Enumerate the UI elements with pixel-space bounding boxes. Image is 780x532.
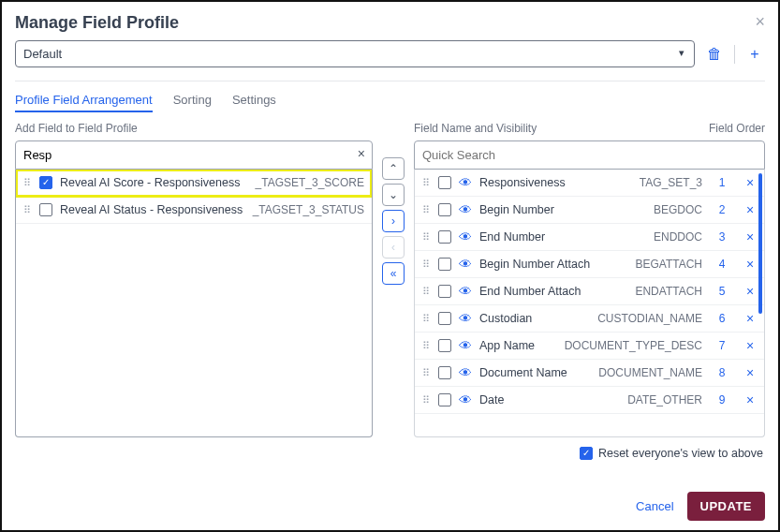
table-row[interactable]: ⠿👁ResponsivenessTAG_SET_31× bbox=[415, 170, 764, 197]
drag-handle-icon[interactable]: ⠿ bbox=[422, 286, 431, 298]
available-fields-list: ⠿ Reveal AI Score - Responsiveness _TAGS… bbox=[15, 170, 373, 437]
remove-icon[interactable]: × bbox=[743, 229, 757, 244]
field-order: 4 bbox=[715, 258, 728, 271]
table-row[interactable]: ⠿👁Begin NumberBEGDOC2× bbox=[415, 197, 764, 224]
field-code: DATE_OTHER bbox=[627, 393, 702, 406]
reset-view-checkbox[interactable] bbox=[580, 447, 593, 460]
field-name: Reveal AI Status - Responsiveness bbox=[60, 203, 245, 216]
table-row[interactable]: ⠿👁End NumberENDDOC3× bbox=[415, 224, 764, 251]
toolbar-divider bbox=[734, 45, 735, 64]
remove-icon[interactable]: × bbox=[743, 338, 757, 353]
field-checkbox[interactable] bbox=[438, 230, 451, 244]
drag-handle-icon[interactable]: ⠿ bbox=[422, 259, 431, 271]
drag-handle-icon[interactable]: ⠿ bbox=[422, 367, 431, 379]
field-checkbox[interactable] bbox=[39, 176, 52, 189]
field-code: CUSTODIAN_NAME bbox=[597, 312, 702, 325]
field-code: ENDDOC bbox=[654, 230, 702, 244]
tabs: Profile Field Arrangement Sorting Settin… bbox=[15, 89, 765, 112]
remove-icon[interactable]: × bbox=[743, 257, 757, 272]
list-item[interactable]: ⠿ Reveal AI Score - Responsiveness _TAGS… bbox=[16, 170, 372, 197]
drag-handle-icon[interactable]: ⠿ bbox=[422, 204, 431, 216]
table-row[interactable]: ⠿👁DateDATE_OTHER9× bbox=[415, 387, 764, 414]
drag-handle-icon[interactable]: ⠿ bbox=[422, 313, 431, 325]
close-icon[interactable]: × bbox=[755, 13, 765, 30]
move-right-button[interactable]: › bbox=[382, 210, 405, 232]
field-order: 2 bbox=[715, 203, 728, 216]
field-name: Reveal AI Score - Responsiveness bbox=[60, 176, 248, 189]
trash-icon[interactable]: 🗑 bbox=[704, 46, 725, 63]
transfer-controls: ⌃ ⌄ › ‹ « bbox=[380, 122, 406, 460]
field-checkbox[interactable] bbox=[438, 339, 451, 352]
remove-icon[interactable]: × bbox=[743, 311, 757, 326]
field-code: _TAGSET_3_SCORE bbox=[256, 176, 364, 189]
table-row[interactable]: ⠿👁App NameDOCUMENT_TYPE_DESC7× bbox=[415, 332, 764, 360]
field-code: TAG_SET_3 bbox=[640, 176, 702, 189]
visibility-icon[interactable]: 👁 bbox=[459, 257, 472, 272]
visibility-icon[interactable]: 👁 bbox=[459, 392, 472, 407]
profile-select[interactable]: Default bbox=[15, 40, 695, 67]
update-button[interactable]: UPDATE bbox=[687, 492, 765, 521]
profile-select-value: Default bbox=[23, 47, 62, 61]
table-row[interactable]: ⠿👁Document NameDOCUMENT_NAME8× bbox=[415, 360, 764, 387]
quick-search-input[interactable] bbox=[414, 140, 765, 170]
visibility-icon[interactable]: 👁 bbox=[459, 229, 472, 244]
reset-view-label: Reset everyone's view to above bbox=[598, 447, 763, 460]
remove-icon[interactable]: × bbox=[743, 392, 757, 407]
table-row[interactable]: ⠿👁CustodianCUSTODIAN_NAME6× bbox=[415, 305, 764, 332]
field-checkbox[interactable] bbox=[438, 176, 451, 189]
drag-handle-icon[interactable]: ⠿ bbox=[422, 231, 431, 244]
drag-handle-icon[interactable]: ⠿ bbox=[23, 204, 32, 216]
list-item[interactable]: ⠿ Reveal AI Status - Responsiveness _TAG… bbox=[16, 197, 372, 224]
move-all-left-button[interactable]: « bbox=[382, 262, 405, 285]
field-checkbox[interactable] bbox=[438, 393, 451, 406]
field-name: App Name bbox=[479, 339, 557, 352]
table-row[interactable]: ⠿👁Begin Number AttachBEGATTACH4× bbox=[415, 251, 764, 278]
visibility-icon[interactable]: 👁 bbox=[459, 175, 472, 190]
visibility-icon[interactable]: 👁 bbox=[459, 338, 472, 353]
drag-handle-icon[interactable]: ⠿ bbox=[422, 394, 431, 406]
add-field-label: Add Field to Field Profile bbox=[15, 122, 373, 135]
field-checkbox[interactable] bbox=[438, 258, 451, 271]
field-order: 5 bbox=[715, 285, 728, 298]
field-order: 8 bbox=[715, 366, 728, 379]
clear-icon[interactable]: × bbox=[358, 146, 365, 161]
add-field-search-input[interactable] bbox=[15, 140, 373, 170]
cancel-button[interactable]: Cancel bbox=[636, 499, 673, 513]
remove-icon[interactable]: × bbox=[743, 284, 757, 299]
tab-sorting[interactable]: Sorting bbox=[173, 89, 212, 112]
visibility-icon[interactable]: 👁 bbox=[459, 202, 472, 217]
drag-handle-icon[interactable]: ⠿ bbox=[422, 340, 431, 352]
field-order: 1 bbox=[715, 176, 728, 189]
field-name: Responsiveness bbox=[479, 176, 632, 189]
drag-handle-icon[interactable]: ⠿ bbox=[23, 177, 32, 189]
visibility-icon[interactable]: 👁 bbox=[459, 284, 472, 299]
divider bbox=[15, 81, 765, 81]
move-down-button[interactable]: ⌄ bbox=[382, 184, 405, 206]
plus-icon[interactable]: + bbox=[744, 46, 765, 63]
field-checkbox[interactable] bbox=[438, 312, 451, 325]
field-checkbox[interactable] bbox=[39, 203, 52, 216]
remove-icon[interactable]: × bbox=[743, 175, 757, 190]
dialog-title: Manage Field Profile bbox=[15, 13, 179, 33]
tab-settings[interactable]: Settings bbox=[232, 89, 276, 112]
move-left-button: ‹ bbox=[382, 236, 405, 259]
tab-profile-field-arrangement[interactable]: Profile Field Arrangement bbox=[15, 89, 153, 112]
visibility-icon[interactable]: 👁 bbox=[459, 365, 472, 380]
field-checkbox[interactable] bbox=[438, 285, 451, 298]
manage-field-profile-dialog: Manage Field Profile × Default 🗑 + Profi… bbox=[0, 0, 780, 532]
remove-icon[interactable]: × bbox=[743, 365, 757, 380]
field-checkbox[interactable] bbox=[438, 203, 451, 216]
field-code: BEGATTACH bbox=[635, 258, 702, 271]
remove-icon[interactable]: × bbox=[743, 202, 757, 217]
field-checkbox[interactable] bbox=[438, 366, 451, 379]
move-up-button[interactable]: ⌃ bbox=[382, 157, 405, 180]
field-code: DOCUMENT_TYPE_DESC bbox=[565, 339, 702, 352]
table-row[interactable]: ⠿👁End Number AttachENDATTACH5× bbox=[415, 278, 764, 305]
field-code: _TAGSET_3_STATUS bbox=[253, 203, 364, 216]
field-name: Custodian bbox=[479, 312, 590, 325]
field-order: 3 bbox=[715, 230, 728, 244]
visibility-label: Field Name and Visibility bbox=[414, 122, 537, 135]
field-code: BEGDOC bbox=[654, 203, 702, 216]
drag-handle-icon[interactable]: ⠿ bbox=[422, 177, 431, 189]
visibility-icon[interactable]: 👁 bbox=[459, 311, 472, 326]
